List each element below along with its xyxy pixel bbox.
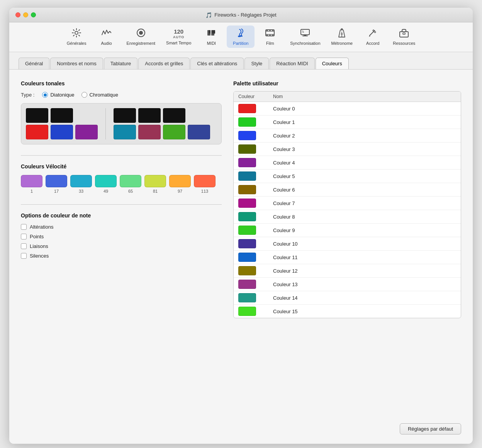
palette-row[interactable]: Couleur 1 [234,115,461,129]
velocity-swatch-97[interactable] [169,175,191,187]
swatch-row-bottom-2 [114,125,210,139]
toolbar-generales[interactable]: Générales [62,25,91,48]
palette-row[interactable]: Couleur 10 [234,237,461,251]
palette-row[interactable]: Couleur 0 [234,102,461,115]
swatch-green[interactable] [163,125,185,139]
palette-color-swatch [238,212,256,221]
velocity-item-17: 17 [46,175,67,193]
tab-style[interactable]: Style [244,58,269,69]
palette-row[interactable]: Couleur 14 [234,291,461,305]
toolbar-ressources[interactable]: Ressources [388,25,420,48]
swatch-maroon[interactable] [138,125,161,139]
checkbox-points[interactable]: Points [21,234,222,239]
palette-row[interactable]: Couleur 2 [234,129,461,143]
type-label: Type : [21,92,34,98]
palette-row[interactable]: Couleur 8 [234,210,461,224]
tab-cles-et-alterations[interactable]: Clés et altérations [190,58,244,69]
tab-reaction-midi[interactable]: Réaction MIDI [270,58,314,69]
palette-row[interactable]: Couleur 6 [234,183,461,197]
left-panel: Couleurs tonales Type : Diatonique Chrom… [21,80,222,406]
toolbar-smart-tempo[interactable]: 120 AUTO Smart Tempo [161,26,196,48]
palette-color-name: Couleur 15 [273,309,456,314]
svg-rect-27 [403,33,405,34]
velocity-swatch-17[interactable] [46,175,67,187]
reset-button[interactable]: Réglages par défaut [400,423,461,434]
tab-tablature[interactable]: Tablature [104,58,137,69]
tab-nombres-et-noms[interactable]: Nombres et noms [50,58,103,69]
swatch-black-1[interactable] [26,108,48,123]
toolbar-metronome[interactable]: Métronome [327,25,358,48]
palette-row[interactable]: Couleur 9 [234,224,461,237]
radio-chromatique-label: Chromatique [90,92,118,98]
audio-icon [101,28,111,39]
audio-label: Audio [101,41,112,46]
palette-row[interactable]: Couleur 11 [234,251,461,264]
palette-row[interactable]: Couleur 12 [234,264,461,278]
toolbar-accord[interactable]: Accord [359,25,387,48]
checkbox-liaisons-label: Liaisons [30,243,48,249]
velocity-swatch-1[interactable] [21,175,42,187]
svg-rect-13 [266,30,268,31]
palette-color-swatch [238,266,256,275]
palette-rows-container: Couleur 0 Couleur 1 Couleur 2 Couleur 3 … [234,102,461,318]
tab-general[interactable]: Général [19,58,49,69]
main-content: Couleurs tonales Type : Diatonique Chrom… [9,70,473,417]
radio-diatonique[interactable]: Diatonique [42,92,74,98]
swatch-red[interactable] [26,125,48,139]
palette-color-swatch [238,199,256,208]
radio-chromatique[interactable]: Chromatique [81,92,118,98]
toolbar: Générales Audio Enregistrement [9,22,473,52]
tab-couleurs[interactable]: Couleurs [316,58,349,69]
velocity-swatch-113[interactable] [194,175,216,187]
palette-color-name: Couleur 5 [273,173,456,179]
palette-row[interactable]: Couleur 7 [234,197,461,210]
palette-color-name: Couleur 0 [273,106,456,112]
swatch-black-5[interactable] [163,108,185,123]
toolbar-enregistrement[interactable]: Enregistrement [122,25,160,48]
toolbar-midi[interactable]: MIDI [197,25,225,48]
palette-row[interactable]: Couleur 13 [234,278,461,291]
checkbox-points-box [21,234,27,239]
palette-row[interactable]: Couleur 5 [234,170,461,183]
swatch-purple[interactable] [75,125,98,139]
swatch-navy[interactable] [188,125,210,139]
tab-accords-et-grilles[interactable]: Accords et grilles [138,58,190,69]
velocity-swatch-33[interactable] [70,175,92,187]
velocity-swatch-49[interactable] [95,175,117,187]
maximize-button[interactable] [31,12,36,17]
checkbox-liaisons[interactable]: Liaisons [21,243,222,249]
palette-color-swatch [238,239,256,248]
toolbar-partition[interactable]: Partition [227,25,255,48]
velocity-swatch-81[interactable] [144,175,166,187]
palette-row[interactable]: Couleur 4 [234,156,461,170]
svg-rect-17 [270,35,271,36]
toolbar-film[interactable]: Film [256,25,284,48]
checkbox-silences[interactable]: Silences [21,253,222,259]
minimize-button[interactable] [23,12,28,17]
velocity-item-65: 65 [120,175,141,193]
palette-color-name: Couleur 13 [273,282,456,287]
swatch-black-2[interactable] [51,108,73,123]
film-label: Film [266,41,274,46]
velocity-item-1: 1 [21,175,42,193]
palette-row[interactable]: Couleur 3 [234,143,461,156]
palette-color-name: Couleur 4 [273,160,456,166]
title-icon: 🎵 [205,12,212,18]
swatch-teal[interactable] [114,125,136,139]
velocity-label-81: 81 [153,189,158,193]
velocity-swatch-65[interactable] [120,175,141,187]
toolbar-synchronisation[interactable]: Synchronisation [285,25,325,48]
tonal-title: Couleurs tonales [21,80,222,87]
svg-rect-5 [209,30,210,34]
checkbox-alterations[interactable]: Altérations [21,224,222,230]
sync-icon [300,28,310,39]
window-title: 🎵 Fireworks - Réglages Projet [205,12,276,18]
palette-row[interactable]: Couleur 15 [234,305,461,318]
close-button[interactable] [15,12,20,17]
swatch-blue[interactable] [51,125,73,139]
swatch-black-4[interactable] [138,108,161,123]
palette-color-swatch [238,226,256,235]
toolbar-audio[interactable]: Audio [92,25,120,48]
swatch-black-3[interactable] [114,108,136,123]
swatch-row-top-2 [114,108,210,123]
